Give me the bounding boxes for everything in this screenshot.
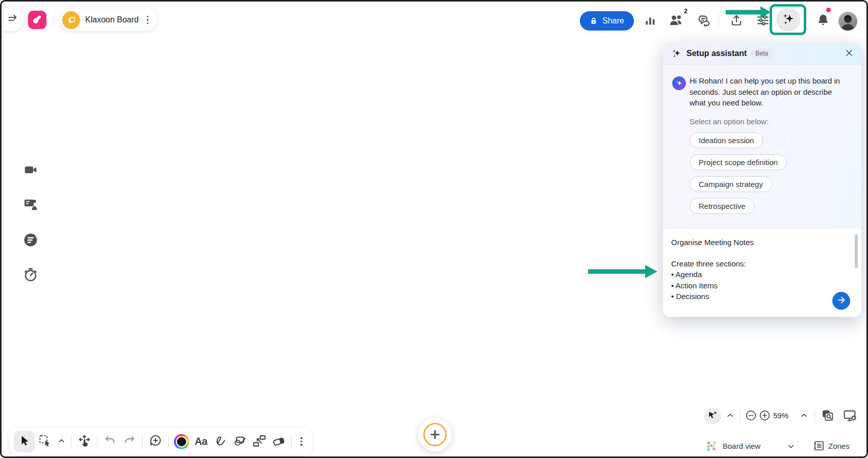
pan-hand-icon [78,434,91,449]
marquee-select-tool-button[interactable] [35,431,55,452]
chevron-up-icon [726,412,734,421]
stats-button[interactable] [643,14,657,28]
laser-pointer-icon [707,410,719,422]
shapes-icon [233,434,247,449]
option-project-scope-definition[interactable]: Project scope definition [690,154,787,170]
plus-ring-icon [423,423,447,446]
assistant-message: Hi Rohan! I can help you set up this boa… [672,75,852,109]
zoom-divider [814,410,815,422]
draw-tool-button[interactable] [211,431,230,452]
close-icon [844,48,854,60]
participants-button[interactable] [668,13,684,29]
text-tool-label: Aa [195,436,208,447]
text-tool-button[interactable]: Aa [191,431,211,452]
sliders-icon [756,13,770,29]
user-avatar[interactable] [838,12,857,31]
assistant-button-highlight [770,4,806,35]
people-icon [668,12,684,30]
video-tool-button[interactable] [22,161,39,179]
option-retrospective[interactable]: Retrospective [690,198,755,214]
toolbar-divider [71,435,71,448]
composer-scrollbar[interactable] [855,234,858,268]
select-tool-expand-button[interactable] [55,431,68,452]
pointer-mode-expand-button[interactable] [725,411,735,421]
export-button[interactable] [729,13,744,29]
app-window: Klaxoon Board Share [0,0,868,458]
assistant-message-text: Hi Rohan! I can help you set up this boa… [690,75,840,109]
frames-search-icon [821,409,835,424]
toolbar-divider [291,435,292,448]
connector-tool-button[interactable] [249,431,269,452]
send-arrow-icon [836,295,847,307]
board-menu-button[interactable] [144,14,152,26]
presenter-board-icon [22,196,39,214]
toolbar-divider [168,435,169,448]
send-button[interactable] [832,292,850,310]
option-ideation-session[interactable]: Ideation session [690,132,763,148]
timer-tool-button[interactable] [22,266,39,284]
board-view-button[interactable] [705,440,719,453]
add-element-button[interactable] [418,418,452,451]
add-idea-button[interactable] [146,431,165,452]
zoom-divider [739,410,740,422]
eraser-tool-button[interactable] [269,431,288,452]
klaxoon-logo[interactable] [28,11,46,29]
list-circle-icon [23,232,38,249]
toolbar-divider [97,435,97,448]
survey-tool-button[interactable] [22,232,39,249]
marquee-select-icon [38,434,52,449]
undo-button[interactable] [100,431,120,452]
redo-button[interactable] [120,431,139,452]
share-button[interactable]: Share [580,11,634,31]
shapes-tool-button[interactable] [230,431,249,452]
setup-assistant-button[interactable] [776,8,800,32]
comment-plus-icon [149,434,162,449]
board-view-label[interactable]: Board view [723,442,760,450]
option-campaign-strategy[interactable]: Campaign strategy [690,176,772,192]
redo-icon [123,434,136,449]
minus-circle-icon [745,410,757,423]
display-settings-button[interactable] [842,408,858,424]
bottom-toolbar: Aa [10,428,312,455]
scribble-pen-icon [214,434,227,449]
chevron-up-icon [800,412,808,421]
sidebar-expand-icon [7,13,19,26]
board-view-dropdown-button[interactable] [786,442,796,452]
color-picker-button[interactable] [172,431,191,452]
share-label: Share [602,16,624,25]
zoom-level[interactable]: 59% [773,411,788,420]
monitor-gear-icon [843,408,858,425]
klaxoon-logo-icon [31,13,43,27]
zoom-out-button[interactable] [745,410,757,422]
close-panel-button[interactable] [844,48,855,59]
annotation-arrow-composer [588,265,657,280]
toolbar-divider [142,435,143,448]
zones-button[interactable] [812,440,826,453]
composer-line: Create three sections: [671,258,853,270]
zones-label[interactable]: Zones [828,442,850,450]
assistant-input-area[interactable]: Organise Meeting Notes Create three sect… [663,228,861,317]
whiteboard-session-button[interactable] [22,196,39,213]
chat-bubbles-icon [696,13,711,30]
composer-bullet: • Agenda [671,269,853,280]
chevron-up-icon [58,437,65,446]
zoom-in-button[interactable] [758,410,771,422]
pointer-mode-button[interactable] [704,408,721,424]
overview-button[interactable] [820,409,835,424]
sidebar-toggle-button[interactable] [2,8,24,31]
zoom-expand-button[interactable] [799,411,809,421]
cursor-icon [18,435,31,448]
connector-icon [252,434,266,449]
select-tool-button[interactable] [14,431,35,452]
settings-button[interactable] [755,13,771,29]
pan-tool-button[interactable] [74,431,94,452]
more-tools-button[interactable] [295,431,308,452]
sparkles-icon [781,12,795,28]
notification-dot [826,8,831,12]
option-pills: Ideation session Project scope definitio… [690,132,852,214]
composer-line: Organise Meeting Notes [671,237,853,248]
upload-icon [729,13,744,29]
chat-button[interactable] [695,13,711,30]
assistant-sparkles-icon [671,48,681,59]
notifications-button[interactable] [815,13,831,28]
